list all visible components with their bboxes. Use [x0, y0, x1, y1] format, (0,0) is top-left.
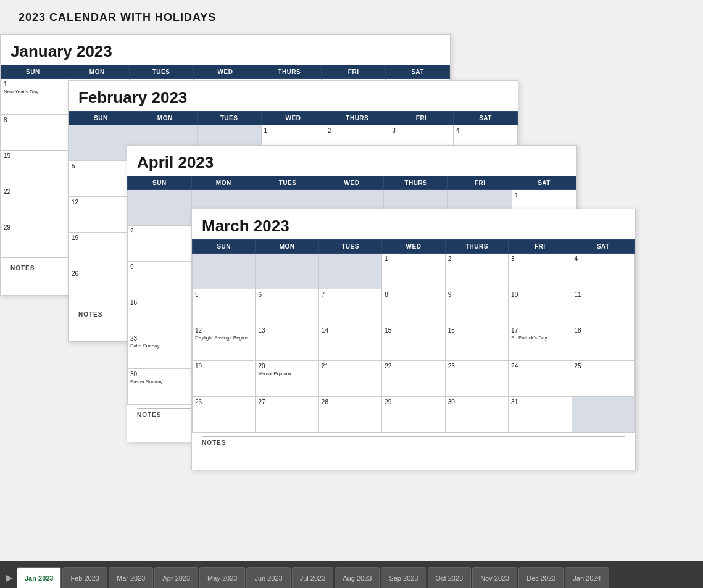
april-title: April 2023: [127, 146, 576, 176]
february-title: February 2023: [69, 81, 518, 111]
apr-header-wed: WED: [320, 176, 384, 190]
feb-cell: 12: [69, 197, 133, 233]
apr-header-sun: SUN: [128, 176, 192, 190]
feb-header-fri: FRI: [389, 112, 454, 125]
mar-header-fri: FRI: [509, 240, 572, 254]
mar-header-wed: WED: [382, 240, 445, 254]
tab-scroll-left[interactable]: ▶: [2, 567, 17, 588]
table-row: 1 2 3 4: [193, 254, 635, 289]
apr-header-sat: SAT: [512, 176, 576, 190]
tab-sep-2023[interactable]: Sep 2023: [381, 567, 426, 588]
table-row: 26 27 28 29 30 31: [193, 397, 635, 433]
tab-jul-2023[interactable]: Jul 2023: [292, 567, 334, 588]
march-notes: NOTES: [192, 433, 635, 470]
tab-apr-2023[interactable]: Apr 2023: [154, 567, 198, 588]
jan-cell: 1New Year's Day: [1, 79, 65, 115]
page-title: 2023 CALENDAR WITH HOLIDAYS: [19, 11, 684, 24]
tab-mar-2023[interactable]: Mar 2023: [109, 567, 153, 588]
march-table: SUN MON TUES WED THURS FRI SAT 1 2 3: [192, 239, 635, 433]
table-row: 19 20Vernal Equinox 21 22 23 24 25: [193, 361, 635, 397]
feb-header-mon: MON: [133, 112, 197, 125]
jan-header-mon: MON: [65, 65, 129, 79]
notes-label: NOTES: [202, 436, 625, 446]
tab-nov-2023[interactable]: Nov 2023: [472, 567, 517, 588]
mar-header-tue: TUES: [318, 240, 381, 254]
tab-feb-2023[interactable]: Feb 2023: [62, 567, 107, 588]
feb-header-thu: THURS: [325, 112, 389, 125]
feb-cell: 5: [69, 161, 133, 197]
mar-header-mon: MON: [256, 240, 318, 254]
tab-jan-2024[interactable]: Jan 2024: [565, 567, 609, 588]
tab-jun-2023[interactable]: Jun 2023: [246, 567, 290, 588]
jan-cell: 29: [1, 222, 65, 258]
table-row: 12Daylight Savings Begins 13 14 15 16 17…: [193, 325, 635, 361]
tab-may-2023[interactable]: May 2023: [199, 567, 245, 588]
tab-dec-2023[interactable]: Dec 2023: [518, 567, 564, 588]
mar-header-sun: SUN: [193, 240, 256, 254]
table-row: 5 6 7 8 9 10 11: [193, 289, 635, 325]
feb-header-sun: SUN: [69, 112, 133, 125]
mar-header-sat: SAT: [572, 240, 634, 254]
jan-header-fri: FRI: [322, 65, 386, 79]
apr-header-thu: THURS: [384, 176, 448, 190]
apr-header-tue: TUES: [256, 176, 320, 190]
tab-jan-2023[interactable]: Jan 2023: [17, 567, 61, 588]
jan-cell: 15: [1, 151, 65, 186]
jan-header-sat: SAT: [386, 65, 450, 79]
calendar-march: March 2023 SUN MON TUES WED THURS FRI SA…: [191, 209, 636, 470]
tab-oct-2023[interactable]: Oct 2023: [428, 567, 472, 588]
feb-cell: 19: [69, 233, 133, 268]
jan-header-sun: SUN: [1, 65, 65, 79]
jan-header-tue: TUES: [129, 65, 193, 79]
tab-bar: ▶ Jan 2023 Feb 2023 Mar 2023 Apr 2023 Ma…: [0, 561, 703, 588]
tab-aug-2023[interactable]: Aug 2023: [335, 567, 380, 588]
jan-header-thu: THURS: [257, 65, 322, 79]
apr-header-fri: FRI: [448, 176, 512, 190]
feb-header-sat: SAT: [454, 112, 518, 125]
january-title: January 2023: [1, 35, 450, 65]
feb-cell: 26: [69, 268, 133, 304]
feb-header-tue: TUES: [197, 112, 261, 125]
main-area: 2023 CALENDAR WITH HOLIDAYS January 2023…: [0, 0, 703, 561]
jan-cell: 8: [1, 115, 65, 151]
mar-header-thu: THURS: [445, 240, 508, 254]
apr-header-mon: MON: [191, 176, 256, 190]
feb-cell-empty: [69, 125, 133, 161]
jan-cell: 22: [1, 186, 65, 222]
jan-header-wed: WED: [193, 65, 257, 79]
feb-header-wed: WED: [261, 112, 325, 125]
march-title: March 2023: [192, 209, 635, 239]
